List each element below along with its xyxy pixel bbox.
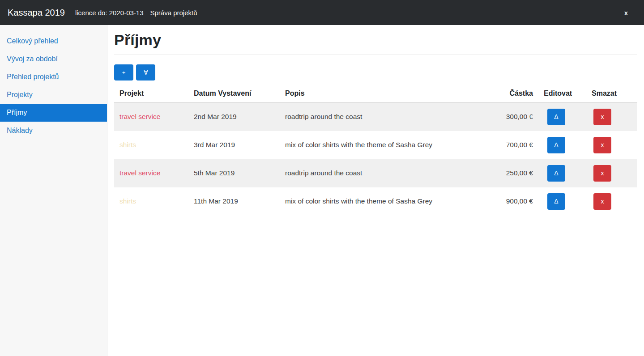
title-divider — [114, 55, 637, 55]
license-info: licence do: 2020-03-13 — [75, 9, 144, 17]
sidebar-item-1[interactable]: Vývoj za období — [0, 50, 107, 68]
delete-button[interactable]: x — [593, 193, 611, 210]
sidebar-item-5[interactable]: Náklady — [0, 122, 107, 140]
topbar: Kassapa 2019 licence do: 2020-03-13 Sprá… — [0, 0, 644, 25]
cell-amount: 700,00 € — [465, 131, 538, 159]
cell-project-name: travel service — [114, 159, 188, 187]
delete-button[interactable]: x — [593, 165, 611, 182]
add-button[interactable]: + — [114, 64, 133, 81]
delete-button[interactable]: x — [593, 137, 611, 153]
app-title: Kassapa 2019 — [8, 8, 65, 18]
sidebar-nav: Celkový přehledVývoj za obdobíPřehled pr… — [0, 25, 107, 356]
table-row: travel service 5th Mar 2019 roadtrip aro… — [114, 159, 637, 187]
cell-description: mix of color shirts with the theme of Sa… — [280, 187, 465, 216]
table-header: Projekt Datum Vystavení Popis Částka Edi… — [114, 85, 637, 103]
cell-issue-date: 2nd Mar 2019 — [188, 103, 280, 131]
sidebar-item-4[interactable]: Příjmy — [0, 104, 107, 122]
cell-issue-date: 11th Mar 2019 — [188, 187, 280, 216]
edit-button[interactable]: Δ — [547, 165, 565, 182]
forall-button[interactable]: ∀ — [136, 64, 155, 81]
main-content: Příjmy + ∀ Projekt Datum Vystavení Popis… — [107, 25, 644, 356]
manage-projects-link[interactable]: Správa projektů — [150, 9, 197, 17]
cell-project-name: travel service — [114, 103, 188, 131]
cell-project-name: shirts — [114, 187, 188, 216]
incomes-table: Projekt Datum Vystavení Popis Částka Edi… — [114, 85, 637, 216]
cell-description: roadtrip around the coast — [280, 159, 465, 187]
table-row: travel service 2nd Mar 2019 roadtrip aro… — [114, 103, 637, 131]
cell-amount: 250,00 € — [465, 159, 538, 187]
header-description: Popis — [280, 85, 465, 103]
cell-amount: 300,00 € — [465, 103, 538, 131]
header-project: Projekt — [114, 85, 188, 103]
cell-issue-date: 3rd Mar 2019 — [188, 131, 280, 159]
close-button[interactable]: x — [621, 0, 631, 25]
table-row: shirts 11th Mar 2019 mix of color shirts… — [114, 187, 637, 216]
toolbar: + ∀ — [114, 64, 637, 81]
header-date: Datum Vystavení — [188, 85, 280, 103]
edit-button[interactable]: Δ — [547, 193, 565, 210]
header-delete: Smazat — [586, 85, 637, 103]
delete-button[interactable]: x — [593, 109, 611, 125]
edit-button[interactable]: Δ — [547, 137, 565, 153]
sidebar-item-3[interactable]: Projekty — [0, 86, 107, 104]
header-edit: Editovat — [538, 85, 586, 103]
edit-button[interactable]: Δ — [547, 109, 565, 125]
page-title: Příjmy — [114, 31, 637, 49]
cell-project-name: shirts — [114, 131, 188, 159]
cell-amount: 900,00 € — [465, 187, 538, 216]
cell-issue-date: 5th Mar 2019 — [188, 159, 280, 187]
header-amount: Částka — [465, 85, 538, 103]
sidebar-item-2[interactable]: Přehled projektů — [0, 68, 107, 86]
table-body: travel service 2nd Mar 2019 roadtrip aro… — [114, 103, 637, 216]
table-row: shirts 3rd Mar 2019 mix of color shirts … — [114, 131, 637, 159]
cell-description: mix of color shirts with the theme of Sa… — [280, 131, 465, 159]
cell-description: roadtrip around the coast — [280, 103, 465, 131]
sidebar-item-0[interactable]: Celkový přehled — [0, 32, 107, 50]
